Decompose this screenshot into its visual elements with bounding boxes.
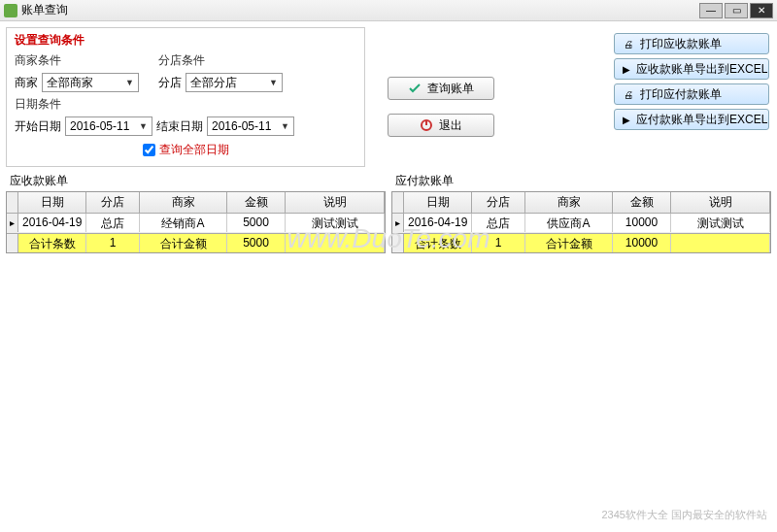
merchant-label: 商家条件: [15, 52, 139, 69]
receivable-footer: 合计条数 1 合计金额 5000: [7, 233, 385, 252]
receivable-section: 应收款账单 日期 分店 商家 金额 说明 ▸ 2016-04-19 总店: [6, 171, 386, 253]
print-receivable-label: 打印应收款账单: [640, 36, 722, 52]
col-branch: 分店: [472, 192, 525, 213]
payable-section: 应付款账单 日期 分店 商家 金额 说明 ▸ 2016-04-19 总店: [391, 171, 771, 253]
row-marker: ▸: [7, 214, 18, 232]
close-button[interactable]: ✕: [750, 3, 773, 18]
titlebar: 账单查询 — ▭ ✕: [0, 0, 777, 21]
table-row[interactable]: ▸ 2016-04-19 总店 经销商A 5000 测试测试: [7, 214, 385, 233]
receivable-grid: 日期 分店 商家 金额 说明 ▸ 2016-04-19 总店 经销商A 5000: [6, 191, 386, 253]
bottom-watermark: 2345软件大全 国内最安全的软件站: [601, 508, 767, 522]
print-payable-button[interactable]: 🖨 打印应付款账单: [614, 83, 769, 105]
query-button[interactable]: 查询账单: [388, 77, 494, 100]
payable-title: 应付款账单: [391, 171, 771, 191]
payable-footer: 合计条数 1 合计金额 10000: [392, 233, 770, 252]
col-date: 日期: [404, 192, 472, 213]
merchant-combo[interactable]: 全部商家 ▼: [42, 73, 139, 92]
start-date-field-label: 开始日期: [15, 118, 61, 135]
foot-amount-label: 合计金额: [140, 234, 227, 252]
all-dates-checkbox[interactable]: [143, 144, 155, 156]
merchant-value: 全部商家: [47, 75, 93, 91]
foot-amount: 5000: [227, 234, 286, 252]
date-label: 日期条件: [15, 96, 356, 113]
export-payable-label: 应付款账单导出到EXCEL: [636, 112, 767, 128]
chevron-down-icon: ▼: [267, 78, 280, 87]
chevron-down-icon: ▼: [137, 121, 150, 131]
branch-combo[interactable]: 全部分店 ▼: [186, 73, 283, 92]
col-branch: 分店: [86, 192, 140, 213]
start-date-value: 2016-05-11: [70, 119, 129, 133]
exit-button[interactable]: 退出: [388, 114, 494, 137]
receivable-title: 应收款账单: [6, 171, 386, 191]
play-icon: ▶: [623, 114, 630, 125]
payable-grid: 日期 分店 商家 金额 说明 ▸ 2016-04-19 总店 供应商A 1000…: [391, 191, 771, 253]
branch-label: 分店条件: [158, 52, 283, 69]
export-payable-button[interactable]: ▶ 应付款账单导出到EXCEL: [614, 109, 769, 130]
col-amount: 金额: [613, 192, 671, 213]
col-amount: 金额: [227, 192, 286, 213]
action-buttons: 查询账单 退出: [373, 27, 509, 167]
col-note: 说明: [286, 192, 385, 213]
start-date-combo[interactable]: 2016-05-11 ▼: [65, 116, 152, 136]
foot-count: 1: [472, 234, 525, 252]
query-button-label: 查询账单: [427, 81, 474, 97]
export-buttons: 🖨 打印应收款账单 ▶ 应收款账单导出到EXCEL 🖨 打印应付款账单 ▶ 应付…: [614, 27, 769, 167]
end-date-field-label: 结束日期: [156, 118, 203, 135]
printer-icon: 🖨: [623, 88, 634, 100]
all-dates-label: 查询全部日期: [159, 142, 229, 158]
svg-rect-1: [425, 120, 427, 125]
chevron-down-icon: ▼: [123, 78, 136, 87]
conditions-panel: 设置查询条件 商家条件 商家 全部商家 ▼ 分店条件 分店: [6, 27, 365, 167]
check-icon: [408, 82, 422, 95]
maximize-button[interactable]: ▭: [725, 3, 748, 18]
window-title: 账单查询: [21, 2, 699, 18]
row-marker: ▸: [392, 214, 404, 232]
end-date-value: 2016-05-11: [212, 119, 271, 133]
export-receivable-button[interactable]: ▶ 应收款账单导出到EXCEL: [614, 58, 769, 80]
row-marker-head: [392, 192, 404, 213]
print-receivable-button[interactable]: 🖨 打印应收款账单: [614, 33, 769, 54]
foot-count: 1: [86, 234, 140, 252]
branch-value: 全部分店: [190, 75, 237, 91]
receivable-body[interactable]: ▸ 2016-04-19 总店 经销商A 5000 测试测试: [7, 214, 385, 233]
foot-count-label: 合计条数: [18, 234, 86, 252]
col-note: 说明: [671, 192, 770, 213]
table-row[interactable]: ▸ 2016-04-19 总店 供应商A 10000 测试测试: [392, 214, 770, 233]
end-date-combo[interactable]: 2016-05-11 ▼: [207, 116, 294, 136]
foot-amount-label: 合计金额: [525, 234, 613, 252]
col-date: 日期: [18, 192, 86, 213]
export-receivable-label: 应收款账单导出到EXCEL: [636, 61, 767, 78]
exit-button-label: 退出: [439, 117, 462, 134]
col-merchant: 商家: [140, 192, 227, 213]
foot-count-label: 合计条数: [404, 234, 472, 252]
branch-field-label: 分店: [158, 75, 182, 91]
play-icon: ▶: [623, 63, 630, 75]
chevron-down-icon: ▼: [279, 121, 291, 131]
payable-body[interactable]: ▸ 2016-04-19 总店 供应商A 10000 测试测试: [392, 214, 770, 233]
merchant-field-label: 商家: [15, 75, 38, 91]
col-merchant: 商家: [525, 192, 613, 213]
app-icon: [4, 4, 17, 17]
foot-amount: 10000: [613, 234, 671, 252]
print-payable-label: 打印应付款账单: [640, 86, 722, 103]
conditions-title: 设置查询条件: [15, 32, 356, 49]
minimize-button[interactable]: —: [699, 3, 723, 18]
exit-icon: [420, 118, 433, 132]
printer-icon: 🖨: [623, 38, 634, 50]
row-marker-head: [7, 192, 18, 213]
